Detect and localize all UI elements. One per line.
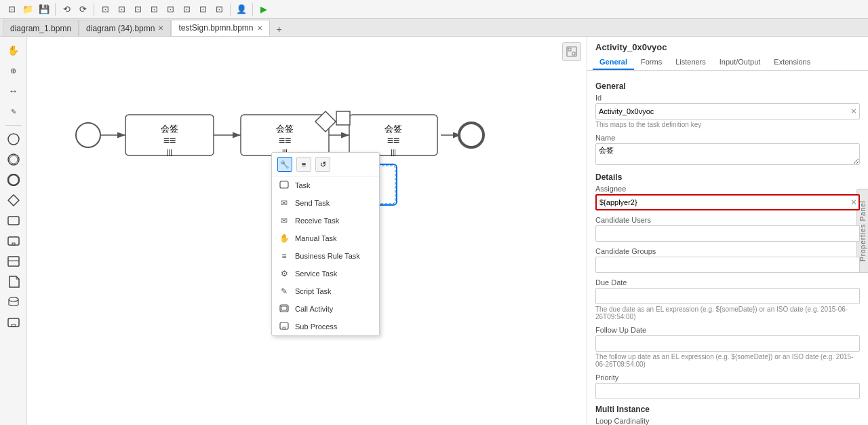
details-section-label: Details	[595, 172, 860, 182]
tab-add-button[interactable]: +	[273, 22, 286, 36]
svg-rect-18	[572, 52, 575, 55]
tool-data-store[interactable]	[4, 293, 23, 312]
toolbar-btn-person[interactable]: 👤	[234, 2, 249, 17]
tool-start-event[interactable]	[4, 130, 23, 149]
assignee-input[interactable]	[595, 194, 860, 210]
cm-item-task[interactable]: Task	[272, 177, 379, 194]
tool-hand[interactable]: ✋	[4, 41, 23, 60]
panel-tab-listeners[interactable]: Listeners	[669, 55, 713, 70]
tool-intermediate-event[interactable]	[4, 150, 23, 169]
cm-business-rule-label: Business Rule Task	[295, 252, 360, 260]
follow-up-input-wrap	[595, 335, 860, 352]
cm-wrench-btn[interactable]: 🔧	[277, 157, 292, 172]
follow-up-input[interactable]	[595, 335, 860, 352]
tab-close-diagram34[interactable]: ✕	[158, 24, 163, 32]
id-input[interactable]	[595, 103, 860, 119]
svg-text:会签: 会签	[384, 124, 402, 134]
tool-data-object[interactable]	[4, 272, 23, 291]
priority-input-wrap	[595, 383, 860, 399]
assignee-clear-btn[interactable]: ✕	[850, 198, 857, 207]
tab-close-testsign[interactable]: ✕	[257, 24, 262, 32]
send-task-icon: ✉	[279, 198, 290, 208]
id-clear-btn[interactable]: ✕	[850, 107, 857, 116]
toolbar-btn-align7[interactable]: ⊡	[195, 2, 210, 17]
toolbar-btn-align1[interactable]: ⊡	[98, 2, 113, 17]
toolbar: ⊡ 📁 💾 ⟲ ⟳ ⊡ ⊡ ⊡ ⊡ ⊡ ⊡ ⊡ ⊡ 👤 ▶	[0, 0, 868, 19]
cm-refresh-btn[interactable]: ↺	[315, 157, 330, 172]
candidate-users-input-wrap	[595, 225, 860, 242]
cm-list-btn[interactable]: ≡	[296, 157, 311, 172]
cm-item-manual-task[interactable]: ✋ Manual Task	[272, 229, 379, 247]
svg-rect-43	[336, 111, 350, 125]
loop-cardinality-field-group: Loop Cardinality	[595, 417, 860, 425]
tab-label: diagram_1.bpmn	[10, 24, 71, 33]
tool-task[interactable]	[4, 211, 23, 230]
loop-cardinality-label: Loop Cardinality	[595, 417, 860, 425]
toolbar-btn-align4[interactable]: ⊡	[146, 2, 161, 17]
name-input[interactable]: 会签	[595, 143, 860, 165]
toolbar-btn-align2[interactable]: ⊡	[114, 2, 129, 17]
candidate-users-input[interactable]	[595, 225, 860, 242]
tab-diagram34[interactable]: diagram (34).bpmn ✕	[79, 20, 171, 36]
toolbar-btn-run[interactable]: ▶	[256, 2, 271, 17]
svg-rect-45	[280, 181, 288, 188]
tab-diagram1[interactable]: diagram_1.bpmn	[3, 20, 79, 36]
tool-subprocess[interactable]	[4, 232, 23, 251]
cm-service-task-label: Service Task	[295, 270, 337, 278]
follow-up-field-group: Follow Up Date The follow up date as an …	[595, 326, 860, 368]
toolbar-btn-redo[interactable]: ⟳	[75, 2, 90, 17]
svg-text:≡≡: ≡≡	[387, 134, 400, 146]
svg-point-44	[459, 123, 484, 147]
toolbar-sep-2	[94, 3, 94, 16]
minimap-toggle[interactable]	[562, 42, 581, 61]
svg-text:|||: |||	[391, 149, 396, 156]
cm-item-receive-task[interactable]: ✉ Receive Task	[272, 212, 379, 229]
cm-item-send-task[interactable]: ✉ Send Task	[272, 194, 379, 212]
receive-task-icon: ✉	[279, 215, 290, 226]
cm-item-business-rule[interactable]: ≡ Business Rule Task	[272, 247, 379, 265]
panel-tab-io[interactable]: Input/Output	[713, 55, 768, 70]
toolbar-btn-align5[interactable]: ⊡	[163, 2, 178, 17]
due-date-input[interactable]	[595, 288, 860, 304]
toolbar-btn-folder[interactable]: 📁	[20, 2, 35, 17]
toolbar-btn-align3[interactable]: ⊡	[130, 2, 145, 17]
cm-receive-task-label: Receive Task	[295, 217, 339, 225]
cm-item-sub-process[interactable]: Sub Process	[272, 318, 379, 335]
panel-tab-general[interactable]: General	[593, 55, 634, 70]
follow-up-hint: The follow up date as an EL expression (…	[595, 353, 860, 368]
toolbar-btn-save[interactable]: 💾	[37, 2, 52, 17]
tab-testsign[interactable]: testSign.bpmn.bpmn ✕	[171, 20, 269, 36]
tool-end-event[interactable]	[4, 170, 23, 189]
panel-tabs: General Forms Listeners Input/Output Ext…	[587, 55, 868, 71]
id-label: Id	[595, 94, 860, 102]
business-rule-icon: ≡	[279, 251, 290, 261]
toolbar-btn-align6[interactable]: ⊡	[179, 2, 194, 17]
toolbar-btn-align8[interactable]: ⊡	[212, 2, 226, 17]
multi-instance-section: Multi Instance Loop Cardinality Collecti…	[595, 405, 860, 425]
cm-item-script-task[interactable]: ✎ Script Task	[272, 282, 379, 300]
toolbar-btn-file[interactable]: ⊡	[4, 2, 19, 17]
assignee-label: Assignee	[595, 185, 860, 193]
assignee-input-wrap: ✕	[595, 194, 860, 210]
script-task-icon: ✎	[279, 286, 290, 297]
candidate-groups-field-group: Candidate Groups	[595, 247, 860, 273]
tool-space[interactable]: ↔	[4, 81, 23, 100]
cm-item-call-activity[interactable]: Call Activity	[272, 300, 379, 318]
tool-lasso[interactable]: ⊕	[4, 61, 23, 80]
svg-text:会签: 会签	[161, 124, 178, 134]
toolbar-btn-undo[interactable]: ⟲	[59, 2, 74, 17]
tool-pool[interactable]	[4, 252, 23, 271]
tool-gateway[interactable]	[4, 191, 23, 210]
cm-item-service-task[interactable]: ⚙ Service Task	[272, 265, 379, 282]
id-field-group: Id ✕ This maps to the task definition ke…	[595, 94, 860, 128]
due-date-hint: The due date as an EL expression (e.g. $…	[595, 306, 860, 320]
tool-sep-1	[5, 125, 22, 126]
tool-expand[interactable]	[4, 313, 23, 332]
priority-input[interactable]	[595, 383, 860, 399]
panel-tab-forms[interactable]: Forms	[634, 55, 669, 70]
candidate-groups-input[interactable]	[595, 257, 860, 273]
candidate-users-label: Candidate Users	[595, 216, 860, 224]
panel-tab-extensions[interactable]: Extensions	[767, 55, 817, 70]
canvas[interactable]: 会签 ≡≡ ||| 会签 ≡≡ ||| ⚙ ||| 会签 ≡≡ |||	[27, 37, 587, 425]
tool-connect[interactable]: ✎	[4, 102, 23, 121]
